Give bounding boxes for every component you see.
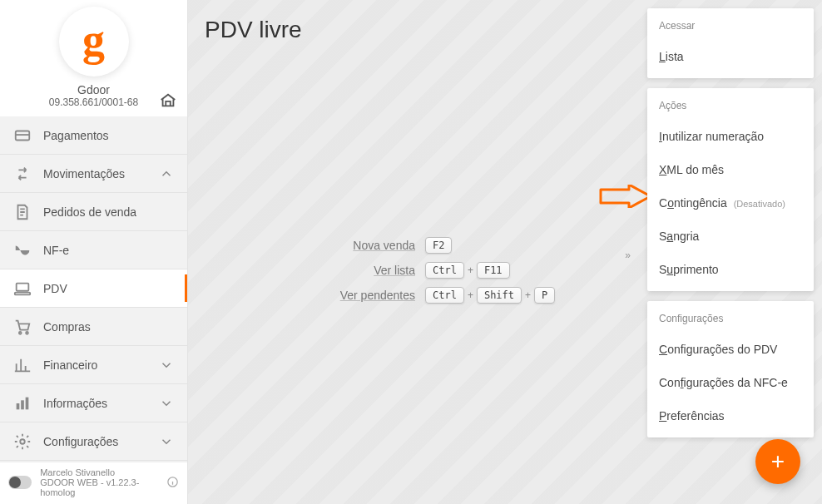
sidebar-item-usuario[interactable]: Usuário bbox=[0, 461, 187, 462]
sidebar-header: g Gdoor 09.358.661/0001-68 bbox=[0, 0, 187, 116]
panel-item-suprimento[interactable]: Suprimento bbox=[647, 253, 814, 286]
panel-item-label: ML do mês bbox=[666, 163, 724, 176]
panel-item-inutilizar[interactable]: Inutilizar numeração bbox=[647, 120, 814, 153]
svg-rect-7 bbox=[21, 400, 24, 409]
sidebar-item-label: Pedidos de venda bbox=[43, 205, 174, 219]
svg-rect-6 bbox=[17, 403, 20, 409]
panel-item-label: onfigurações do PDV bbox=[667, 343, 777, 356]
shortcut-ver-lista-keys: Ctrl + F11 bbox=[425, 262, 654, 279]
shortcut-ver-lista[interactable]: Ver lista bbox=[188, 264, 417, 277]
annotation-arrow-icon bbox=[599, 185, 652, 208]
panel-config: Configurações Configurações do PDV Confi… bbox=[647, 301, 814, 437]
tag-icon bbox=[13, 241, 32, 259]
sidebar-item-label: Movimentações bbox=[43, 167, 159, 180]
panel-item-contingencia[interactable]: Contingência (Desativado) bbox=[647, 186, 814, 220]
pos-icon bbox=[13, 279, 32, 298]
company-name: Gdoor bbox=[8, 83, 179, 96]
chevron-down-icon bbox=[159, 396, 174, 411]
right-drawer: Acessar Lista Ações Inutilizar numeração… bbox=[647, 8, 814, 496]
shortcut-ver-pendentes-keys: Ctrl + Shift + P bbox=[425, 287, 654, 304]
sidebar-item-label: Compras bbox=[43, 320, 174, 334]
key-plus: + bbox=[468, 289, 473, 301]
card-icon bbox=[13, 126, 32, 145]
sidebar-item-configuracoes[interactable]: Configurações bbox=[0, 422, 187, 461]
panel-item-label: ista bbox=[666, 50, 684, 63]
panel-item-status: (Desativado) bbox=[734, 199, 785, 209]
svg-point-9 bbox=[20, 439, 25, 444]
transfer-icon bbox=[13, 165, 32, 183]
sidebar-item-informacoes[interactable]: Informações bbox=[0, 384, 187, 422]
panel-item-config-nfce[interactable]: Configurações da NFC-e bbox=[647, 366, 814, 399]
panel-item-label: nutilizar numeração bbox=[662, 130, 764, 143]
theme-toggle[interactable] bbox=[8, 476, 32, 489]
panel-header: Acessar bbox=[647, 17, 814, 40]
stats-icon bbox=[13, 394, 32, 413]
sidebar-item-nfe[interactable]: NF-e bbox=[0, 231, 187, 269]
logo: g bbox=[59, 7, 129, 77]
sidebar-item-pdv[interactable]: PDV bbox=[0, 269, 187, 308]
gear-icon bbox=[13, 432, 32, 451]
svg-rect-2 bbox=[17, 283, 29, 290]
fab-add-button[interactable]: + bbox=[755, 439, 800, 484]
panel-acoes: Ações Inutilizar numeração XML do mês Co… bbox=[647, 88, 814, 291]
home-icon[interactable] bbox=[159, 91, 177, 110]
svg-point-4 bbox=[19, 331, 22, 334]
sidebar-item-label: Informações bbox=[43, 397, 159, 410]
sidebar-item-label: NF-e bbox=[43, 244, 174, 257]
keycap: Shift bbox=[477, 287, 522, 304]
svg-rect-3 bbox=[15, 292, 30, 294]
sidebar: g Gdoor 09.358.661/0001-68 Pagamentos Mo… bbox=[0, 0, 188, 504]
sidebar-item-pagamentos[interactable]: Pagamentos bbox=[0, 116, 187, 155]
sidebar-item-compras[interactable]: Compras bbox=[0, 308, 187, 346]
footer-text: Marcelo Stivanello GDOOR WEB - v1.22.3-h… bbox=[40, 467, 166, 497]
svg-point-5 bbox=[26, 331, 28, 334]
info-icon[interactable] bbox=[166, 476, 179, 489]
logo-glyph: g bbox=[82, 17, 105, 62]
keycap: P bbox=[534, 287, 555, 304]
footer-user: Marcelo Stivanello bbox=[40, 467, 166, 477]
sidebar-item-movimentacoes[interactable]: Movimentações bbox=[0, 155, 187, 193]
shortcut-ver-pendentes[interactable]: Ver pendentes bbox=[188, 289, 417, 302]
cart-icon bbox=[13, 318, 32, 336]
chevron-down-icon bbox=[159, 434, 174, 449]
key-plus: + bbox=[468, 264, 473, 276]
footer-version: GDOOR WEB - v1.22.3-homolog bbox=[40, 477, 166, 497]
sidebar-item-label: PDV bbox=[43, 282, 174, 295]
shortcut-nova-venda[interactable]: Nova venda bbox=[188, 239, 417, 252]
keycap: F11 bbox=[477, 262, 510, 279]
sidebar-item-label: Configurações bbox=[43, 435, 159, 448]
sidebar-footer: Marcelo Stivanello GDOOR WEB - v1.22.3-h… bbox=[0, 462, 187, 504]
keycap: Ctrl bbox=[425, 262, 464, 279]
sidebar-item-label: Financeiro bbox=[43, 358, 159, 372]
panel-header: Configurações bbox=[647, 309, 814, 333]
chart-icon bbox=[13, 356, 32, 374]
panel-header: Ações bbox=[647, 96, 814, 120]
panel-item-preferencias[interactable]: Preferências bbox=[647, 399, 814, 432]
panel-item-label: referências bbox=[666, 409, 724, 422]
drawer-collapse-hint[interactable]: » bbox=[625, 250, 631, 261]
shortcut-nova-venda-keys: F2 bbox=[425, 237, 654, 254]
panel-item-lista[interactable]: Lista bbox=[647, 40, 814, 73]
key-plus: + bbox=[525, 289, 531, 301]
panel-item-sangria[interactable]: Sangria bbox=[647, 220, 814, 253]
keycap: F2 bbox=[425, 237, 452, 254]
sidebar-item-label: Pagamentos bbox=[43, 129, 174, 142]
chevron-down-icon bbox=[159, 358, 174, 373]
keycap: Ctrl bbox=[425, 287, 464, 304]
panel-acessar: Acessar Lista bbox=[647, 8, 814, 78]
panel-item-config-pdv[interactable]: Configurações do PDV bbox=[647, 333, 814, 366]
company-id: 09.358.661/0001-68 bbox=[8, 96, 179, 108]
main: PDV livre Nova venda F2 Ver lista Ctrl +… bbox=[188, 0, 822, 504]
chevron-up-icon bbox=[159, 166, 174, 181]
document-icon bbox=[13, 203, 32, 221]
sidebar-item-pedidos[interactable]: Pedidos de venda bbox=[0, 193, 187, 231]
shortcuts: Nova venda F2 Ver lista Ctrl + F11 Ver p… bbox=[188, 237, 654, 304]
svg-rect-8 bbox=[26, 397, 29, 409]
panel-item-xml-mes[interactable]: XML do mês bbox=[647, 153, 814, 186]
sidebar-list: Pagamentos Movimentações Pedidos de vend… bbox=[0, 116, 187, 462]
svg-rect-1 bbox=[16, 134, 30, 136]
sidebar-item-financeiro[interactable]: Financeiro bbox=[0, 346, 187, 384]
